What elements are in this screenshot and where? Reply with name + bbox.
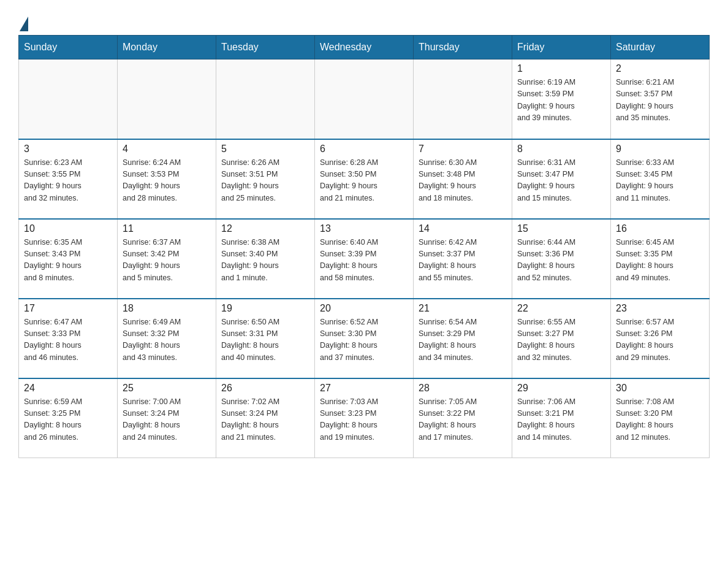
day-info: Sunrise: 6:31 AM Sunset: 3:47 PM Dayligh…: [517, 157, 605, 205]
calendar-day-cell: 29Sunrise: 7:06 AM Sunset: 3:21 PM Dayli…: [512, 378, 611, 458]
calendar-header-tuesday: Tuesday: [216, 36, 315, 59]
calendar-day-cell: 18Sunrise: 6:49 AM Sunset: 3:32 PM Dayli…: [118, 299, 216, 378]
calendar-week-row: 1Sunrise: 6:19 AM Sunset: 3:59 PM Daylig…: [19, 59, 710, 139]
calendar-day-cell: 27Sunrise: 7:03 AM Sunset: 3:23 PM Dayli…: [315, 378, 414, 458]
calendar-day-cell: 17Sunrise: 6:47 AM Sunset: 3:33 PM Dayli…: [19, 299, 118, 378]
calendar-day-cell: [315, 59, 414, 139]
day-info: Sunrise: 6:57 AM Sunset: 3:26 PM Dayligh…: [616, 316, 704, 364]
day-number: 9: [616, 144, 704, 155]
calendar-day-cell: 2Sunrise: 6:21 AM Sunset: 3:57 PM Daylig…: [611, 59, 710, 139]
calendar-day-cell: 16Sunrise: 6:45 AM Sunset: 3:35 PM Dayli…: [611, 219, 710, 299]
day-info: Sunrise: 6:26 AM Sunset: 3:51 PM Dayligh…: [221, 157, 309, 205]
day-number: 10: [24, 223, 112, 234]
day-info: Sunrise: 6:45 AM Sunset: 3:35 PM Dayligh…: [616, 237, 704, 285]
day-number: 26: [221, 383, 309, 394]
day-number: 3: [24, 144, 112, 155]
day-number: 7: [419, 144, 507, 155]
calendar-day-cell: 22Sunrise: 6:55 AM Sunset: 3:27 PM Dayli…: [512, 299, 611, 378]
day-info: Sunrise: 6:38 AM Sunset: 3:40 PM Dayligh…: [221, 237, 309, 285]
day-number: 21: [419, 303, 507, 314]
day-number: 1: [517, 63, 605, 74]
calendar-day-cell: 13Sunrise: 6:40 AM Sunset: 3:39 PM Dayli…: [315, 219, 414, 299]
calendar-day-cell: 30Sunrise: 7:08 AM Sunset: 3:20 PM Dayli…: [611, 378, 710, 458]
day-info: Sunrise: 7:02 AM Sunset: 3:24 PM Dayligh…: [221, 396, 309, 444]
calendar-day-cell: 11Sunrise: 6:37 AM Sunset: 3:42 PM Dayli…: [118, 219, 216, 299]
calendar-day-cell: 10Sunrise: 6:35 AM Sunset: 3:43 PM Dayli…: [19, 219, 118, 299]
day-number: 20: [320, 303, 408, 314]
calendar-week-row: 3Sunrise: 6:23 AM Sunset: 3:55 PM Daylig…: [19, 139, 710, 219]
day-info: Sunrise: 6:52 AM Sunset: 3:30 PM Dayligh…: [320, 316, 408, 364]
logo-triangle-icon: [20, 17, 28, 31]
day-info: Sunrise: 6:49 AM Sunset: 3:32 PM Dayligh…: [123, 316, 211, 364]
calendar-header-friday: Friday: [512, 36, 611, 59]
day-info: Sunrise: 6:54 AM Sunset: 3:29 PM Dayligh…: [419, 316, 507, 364]
calendar-header-wednesday: Wednesday: [315, 36, 414, 59]
day-info: Sunrise: 7:06 AM Sunset: 3:21 PM Dayligh…: [517, 396, 605, 444]
calendar-day-cell: 12Sunrise: 6:38 AM Sunset: 3:40 PM Dayli…: [216, 219, 315, 299]
calendar-day-cell: [216, 59, 315, 139]
page-header: [18, 12, 710, 29]
calendar-day-cell: 6Sunrise: 6:28 AM Sunset: 3:50 PM Daylig…: [315, 139, 414, 219]
day-number: 27: [320, 383, 408, 394]
day-info: Sunrise: 6:28 AM Sunset: 3:50 PM Dayligh…: [320, 157, 408, 205]
calendar-day-cell: 5Sunrise: 6:26 AM Sunset: 3:51 PM Daylig…: [216, 139, 315, 219]
day-info: Sunrise: 6:59 AM Sunset: 3:25 PM Dayligh…: [24, 396, 112, 444]
day-number: 29: [517, 383, 605, 394]
calendar-header-saturday: Saturday: [611, 36, 710, 59]
day-info: Sunrise: 6:55 AM Sunset: 3:27 PM Dayligh…: [517, 316, 605, 364]
day-info: Sunrise: 6:24 AM Sunset: 3:53 PM Dayligh…: [123, 157, 211, 205]
calendar-table: SundayMondayTuesdayWednesdayThursdayFrid…: [18, 35, 710, 458]
calendar-day-cell: 8Sunrise: 6:31 AM Sunset: 3:47 PM Daylig…: [512, 139, 611, 219]
day-number: 11: [123, 223, 211, 234]
calendar-day-cell: [118, 59, 216, 139]
calendar-day-cell: 25Sunrise: 7:00 AM Sunset: 3:24 PM Dayli…: [118, 378, 216, 458]
day-number: 19: [221, 303, 309, 314]
calendar-day-cell: 19Sunrise: 6:50 AM Sunset: 3:31 PM Dayli…: [216, 299, 315, 378]
day-number: 23: [616, 303, 704, 314]
calendar-day-cell: 21Sunrise: 6:54 AM Sunset: 3:29 PM Dayli…: [414, 299, 512, 378]
day-info: Sunrise: 6:19 AM Sunset: 3:59 PM Dayligh…: [517, 77, 605, 124]
calendar-day-cell: 4Sunrise: 6:24 AM Sunset: 3:53 PM Daylig…: [118, 139, 216, 219]
calendar-header-thursday: Thursday: [414, 36, 512, 59]
day-info: Sunrise: 6:30 AM Sunset: 3:48 PM Dayligh…: [419, 157, 507, 205]
day-info: Sunrise: 7:03 AM Sunset: 3:23 PM Dayligh…: [320, 396, 408, 444]
calendar-day-cell: 15Sunrise: 6:44 AM Sunset: 3:36 PM Dayli…: [512, 219, 611, 299]
day-number: 18: [123, 303, 211, 314]
day-info: Sunrise: 6:35 AM Sunset: 3:43 PM Dayligh…: [24, 237, 112, 285]
day-info: Sunrise: 6:23 AM Sunset: 3:55 PM Dayligh…: [24, 157, 112, 205]
calendar-header-row: SundayMondayTuesdayWednesdayThursdayFrid…: [19, 36, 710, 59]
calendar-day-cell: 14Sunrise: 6:42 AM Sunset: 3:37 PM Dayli…: [414, 219, 512, 299]
day-number: 30: [616, 383, 704, 394]
day-info: Sunrise: 7:05 AM Sunset: 3:22 PM Dayligh…: [419, 396, 507, 444]
day-number: 4: [123, 144, 211, 155]
day-number: 15: [517, 223, 605, 234]
day-info: Sunrise: 7:08 AM Sunset: 3:20 PM Dayligh…: [616, 396, 704, 444]
day-number: 8: [517, 144, 605, 155]
day-number: 2: [616, 63, 704, 74]
calendar-day-cell: [19, 59, 118, 139]
day-info: Sunrise: 6:47 AM Sunset: 3:33 PM Dayligh…: [24, 316, 112, 364]
calendar-week-row: 17Sunrise: 6:47 AM Sunset: 3:33 PM Dayli…: [19, 299, 710, 378]
day-info: Sunrise: 7:00 AM Sunset: 3:24 PM Dayligh…: [123, 396, 211, 444]
calendar-week-row: 10Sunrise: 6:35 AM Sunset: 3:43 PM Dayli…: [19, 219, 710, 299]
calendar-day-cell: 7Sunrise: 6:30 AM Sunset: 3:48 PM Daylig…: [414, 139, 512, 219]
day-info: Sunrise: 6:33 AM Sunset: 3:45 PM Dayligh…: [616, 157, 704, 205]
calendar-day-cell: 26Sunrise: 7:02 AM Sunset: 3:24 PM Dayli…: [216, 378, 315, 458]
calendar-day-cell: [414, 59, 512, 139]
day-number: 22: [517, 303, 605, 314]
calendar-day-cell: 3Sunrise: 6:23 AM Sunset: 3:55 PM Daylig…: [19, 139, 118, 219]
day-info: Sunrise: 6:50 AM Sunset: 3:31 PM Dayligh…: [221, 316, 309, 364]
day-number: 14: [419, 223, 507, 234]
calendar-day-cell: 1Sunrise: 6:19 AM Sunset: 3:59 PM Daylig…: [512, 59, 611, 139]
day-number: 25: [123, 383, 211, 394]
calendar-day-cell: 20Sunrise: 6:52 AM Sunset: 3:30 PM Dayli…: [315, 299, 414, 378]
calendar-header-monday: Monday: [118, 36, 216, 59]
calendar-day-cell: 23Sunrise: 6:57 AM Sunset: 3:26 PM Dayli…: [611, 299, 710, 378]
day-number: 28: [419, 383, 507, 394]
day-info: Sunrise: 6:42 AM Sunset: 3:37 PM Dayligh…: [419, 237, 507, 285]
day-number: 24: [24, 383, 112, 394]
day-number: 16: [616, 223, 704, 234]
day-info: Sunrise: 6:40 AM Sunset: 3:39 PM Dayligh…: [320, 237, 408, 285]
calendar-day-cell: 9Sunrise: 6:33 AM Sunset: 3:45 PM Daylig…: [611, 139, 710, 219]
day-number: 17: [24, 303, 112, 314]
